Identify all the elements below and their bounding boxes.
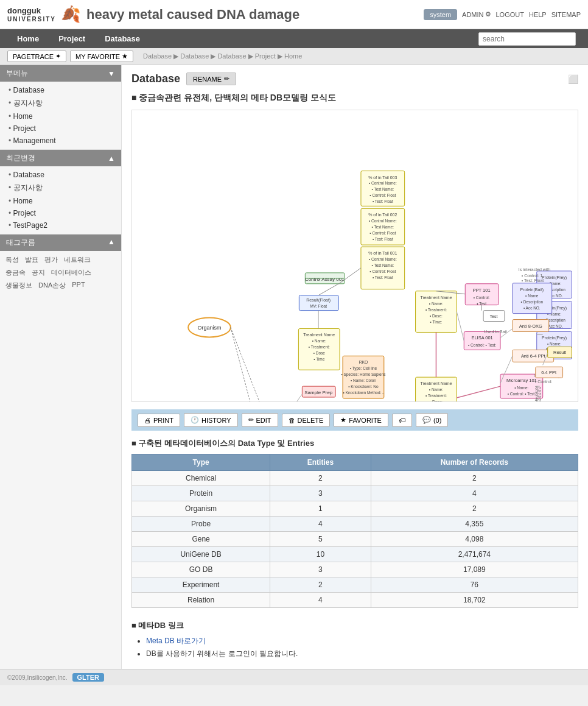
delete-button[interactable]: 🗑 DELETE: [282, 414, 331, 427]
sidebar-recent-project[interactable]: Project: [0, 207, 121, 219]
tag-dna[interactable]: DNA손상: [37, 280, 68, 291]
sidebar-item-management[interactable]: Management: [0, 135, 121, 147]
meta-links-list: Meta DB 바로가기 DB를 사용하기 위해서는 로그인이 필요합니다.: [131, 636, 578, 659]
nav-home[interactable]: Home: [7, 29, 49, 48]
history-label: HISTORY: [201, 417, 231, 424]
sidebar-menu-header[interactable]: 부메뉴 ▼: [0, 65, 121, 82]
sidebar-recent-database[interactable]: Database: [0, 169, 121, 181]
comment-button[interactable]: 💬 (0): [416, 413, 448, 427]
tag-button[interactable]: 🏷: [392, 414, 412, 427]
chevron-up-icon: ▲: [108, 238, 115, 248]
breadcrumb-sep: ▶: [278, 52, 284, 60]
print-label: PRINT: [153, 417, 173, 424]
history-icon: 🕐: [191, 416, 199, 424]
table-section: ■ 구축된 메타데이터베이스의 Data Type 및 Entries Type…: [131, 438, 578, 608]
table-row: Chemical 2 2: [132, 471, 578, 486]
rename-label: RENAME: [193, 76, 222, 83]
logo-area: dongguk UNIVERSITY 🍂 heavy metal caused …: [7, 5, 299, 24]
sidebar-item-database[interactable]: Database: [0, 84, 121, 96]
rename-button[interactable]: RENAME ✏: [186, 72, 236, 85]
cell-type: UniGene DB: [132, 547, 270, 562]
table-row: Organism 1 2: [132, 501, 578, 517]
cell-records: 18,702: [371, 593, 578, 608]
cell-entities: 3: [270, 486, 371, 501]
svg-text:Microarray 101: Microarray 101: [506, 378, 537, 383]
sitemap-link[interactable]: SITEMAP: [551, 11, 581, 18]
breadcrumb-item[interactable]: Home: [284, 52, 302, 60]
tag-toxicity[interactable]: 독성: [4, 255, 21, 265]
sidebar-recent-testpage[interactable]: TestPage2: [0, 219, 121, 231]
tag-evaluation[interactable]: 평가: [43, 255, 60, 265]
favorite-button[interactable]: MY FAVORITE ★: [70, 51, 133, 62]
history-button[interactable]: 🕐 HISTORY: [184, 413, 238, 427]
breadcrumb-item[interactable]: Project: [255, 52, 276, 60]
sidebar-recent-header[interactable]: 최근변경 ▲: [0, 150, 121, 166]
nav-database[interactable]: Database: [95, 29, 150, 48]
cell-records: 4: [371, 486, 578, 501]
svg-text:• Treatment:: • Treatment:: [425, 394, 447, 398]
svg-text:• Test: Float: • Test: Float: [373, 199, 393, 203]
svg-text:Result: Result: [553, 350, 567, 355]
tag-bioinfo[interactable]: 생물정보: [4, 280, 34, 291]
svg-text:• Name: Colon: • Name: Colon: [351, 378, 376, 383]
cell-type: GO DB: [132, 562, 270, 577]
sidebar-section-recent: 최근변경 ▲ Database 공지사항 Home Project TestPa…: [0, 150, 121, 235]
svg-text:• Name:: • Name:: [514, 386, 528, 390]
header: dongguk UNIVERSITY 🍂 heavy metal caused …: [0, 0, 588, 29]
svg-text:• Test Name:: • Test Name:: [371, 225, 394, 229]
sidebar-item-home[interactable]: Home: [0, 110, 121, 122]
breadcrumb-item[interactable]: Database: [217, 52, 246, 60]
breadcrumb-item[interactable]: Database: [143, 52, 172, 60]
nav-project[interactable]: Project: [49, 29, 95, 48]
meta-db-link[interactable]: Meta DB 바로가기: [146, 637, 206, 645]
sidebar-item-project[interactable]: Project: [0, 122, 121, 135]
svg-text:% of in Tail 002: % of in Tail 002: [368, 213, 397, 217]
cell-records: 2: [371, 501, 578, 517]
navbar: Home Project Database: [0, 29, 588, 48]
admin-link[interactable]: ADMIN ⚙: [462, 10, 491, 18]
tag-heavy-metal[interactable]: 중금속: [4, 267, 27, 278]
sidebar-recent-notice[interactable]: 공지사항: [0, 181, 121, 195]
svg-text:0hr: 0hr: [536, 389, 542, 393]
tag-cloud: 독성 발표 평가 네트워크 중금속 공지 데이터베이스 생물정보 DNA손상 P…: [0, 251, 121, 294]
breadcrumb-sep: ▶: [173, 52, 180, 60]
leaf-icon: 🍂: [61, 5, 80, 24]
window-icon[interactable]: ⬜: [568, 74, 578, 84]
tag-database[interactable]: 데이터베이스: [49, 267, 93, 278]
university-logo: dongguk UNIVERSITY: [7, 7, 56, 23]
favorite-button[interactable]: ★ FAVORITE: [334, 413, 388, 427]
svg-text:Result(Float): Result(Float): [306, 298, 331, 303]
svg-text:Test: Test: [490, 314, 498, 319]
pagetrace-label: PAGETRACE: [13, 53, 54, 60]
cell-records: 4,098: [371, 532, 578, 547]
svg-text:Used to Bait: Used to Bait: [484, 330, 507, 334]
cell-records: 4,355: [371, 517, 578, 532]
svg-text:• Control: • Test:: • Control: • Test:: [468, 343, 496, 347]
cell-entities: 1: [270, 501, 371, 517]
svg-text:Is interacted with: Is interacted with: [519, 267, 550, 272]
diagram-section-title: ■ 중금속관련 유전체, 단백체의 메타 DB모델링 모식도: [131, 93, 578, 104]
sidebar-item-notice[interactable]: 공지사항: [0, 96, 121, 110]
print-button[interactable]: 🖨 PRINT: [138, 414, 180, 427]
search-input[interactable]: [478, 32, 576, 46]
breadcrumb-item[interactable]: Database: [180, 52, 209, 60]
diagram-svg: Organism Human Rat Sample Prep Control A…: [132, 110, 578, 401]
edit-icon: ✏: [248, 416, 254, 424]
tag-presentation[interactable]: 발표: [23, 255, 40, 265]
pagetrace-button[interactable]: PAGETRACE ✦: [7, 51, 66, 62]
sidebar-tag-header[interactable]: 태그구름 ▲: [0, 235, 121, 251]
tag-network[interactable]: 네트워크: [62, 255, 93, 265]
svg-text:• Type: Cell line: • Type: Cell line: [350, 366, 377, 371]
system-button[interactable]: system: [424, 9, 457, 20]
sidebar-recent-home[interactable]: Home: [0, 195, 121, 207]
svg-text:Control Assay 001: Control Assay 001: [305, 277, 345, 282]
tag-ppt[interactable]: PPT: [70, 280, 86, 291]
edit-button[interactable]: ✏ EDIT: [242, 413, 278, 427]
tag-notice[interactable]: 공지: [30, 267, 47, 278]
logout-link[interactable]: LOGOUT: [496, 11, 524, 18]
page-title: Database: [131, 72, 180, 85]
help-link[interactable]: HELP: [529, 11, 547, 18]
favorite-label: FAVORITE: [349, 417, 382, 424]
svg-text:• Name: • Name: [525, 294, 539, 298]
meta-note: DB를 사용하기 위해서는 로그인이 필요합니다.: [146, 649, 298, 658]
